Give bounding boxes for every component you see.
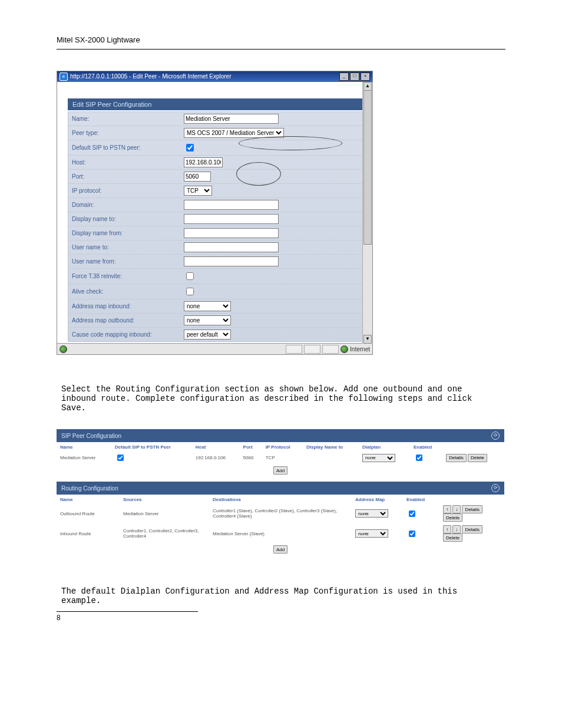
col-enabled: Enabled xyxy=(403,495,439,503)
col-name: Name xyxy=(57,442,111,451)
display-name-from-input[interactable] xyxy=(184,228,279,238)
cause-code-select[interactable]: peer default xyxy=(184,330,231,340)
delete-button[interactable]: Delete xyxy=(468,454,487,462)
row-default-checkbox[interactable] xyxy=(117,454,124,461)
label-cause-code: Cause code mapping inbound: xyxy=(72,331,184,338)
default-sip-pstn-checkbox[interactable] xyxy=(186,144,194,151)
scroll-thumb[interactable] xyxy=(363,90,372,245)
details-button[interactable]: Details xyxy=(446,454,466,462)
routing-table: Name Sources Destinations Address Map En… xyxy=(57,495,504,557)
col-port: Port xyxy=(240,442,262,451)
col-display-name-to: Display Name to xyxy=(303,442,359,451)
label-user-name-from: User name from: xyxy=(72,258,184,265)
port-input[interactable] xyxy=(184,172,211,182)
sip-peer-table: Name Default SIP to PSTN Peer Host Port … xyxy=(57,442,504,478)
window-close-button[interactable]: × xyxy=(361,73,370,81)
cell-sources: Mediation Server xyxy=(120,503,209,523)
ie-window-title: http://127.0.0.1:10005 - Edit Peer - Mic… xyxy=(70,71,231,82)
ie-icon: e xyxy=(59,73,68,81)
add-button[interactable]: Add xyxy=(273,545,287,554)
delete-button[interactable]: Delete xyxy=(443,513,462,522)
peer-type-select[interactable]: MS OCS 2007 / Mediation Server xyxy=(184,128,284,138)
col-host: Host xyxy=(192,442,240,451)
reload-icon[interactable]: ⟳ xyxy=(491,431,500,440)
cell-ipproto: TCP xyxy=(262,451,303,465)
internet-zone-icon xyxy=(340,345,348,353)
label-user-name-to: User name to: xyxy=(72,244,184,251)
display-name-to-input[interactable] xyxy=(184,214,279,224)
move-up-button[interactable]: ↑ xyxy=(443,525,451,533)
row-enabled-checkbox[interactable] xyxy=(409,531,415,537)
table-row: Inbound Route Controller1, Controller2, … xyxy=(57,523,504,543)
user-name-to-input[interactable] xyxy=(184,242,279,252)
addr-map-in-select[interactable]: none xyxy=(184,301,231,311)
body-text-1: Select the Routing Configuration section… xyxy=(57,384,505,413)
ip-protocol-select[interactable]: TCP xyxy=(184,186,212,196)
addr-map-out-select[interactable]: none xyxy=(184,315,231,325)
row-dialplan-select[interactable]: none xyxy=(362,454,395,462)
row-enabled-checkbox[interactable] xyxy=(416,454,422,461)
table-row: Outbound Route Mediation Server Controll… xyxy=(57,503,504,523)
col-sources: Sources xyxy=(120,495,209,503)
window-min-button[interactable]: _ xyxy=(339,73,349,81)
row-addr-map-select[interactable]: none xyxy=(355,509,388,518)
label-display-name-from: Display name from: xyxy=(72,230,184,236)
host-input[interactable] xyxy=(184,157,223,167)
ie-status-globe-icon xyxy=(59,345,67,353)
label-ip-protocol: IP protocol: xyxy=(72,187,184,194)
scroll-down-icon[interactable]: ▼ xyxy=(363,335,372,344)
label-addr-map-out: Address map outbound: xyxy=(72,317,184,324)
label-domain: Domain: xyxy=(72,202,184,208)
status-cell xyxy=(304,345,320,354)
move-up-button[interactable]: ↑ xyxy=(443,505,451,513)
label-port: Port: xyxy=(72,173,184,180)
label-force-t38: Force T.38 reinvite: xyxy=(72,273,184,279)
cell-name: Inbound Route xyxy=(57,523,120,543)
body-text-2: The default Dialplan Configuration and A… xyxy=(57,587,505,605)
details-button[interactable]: Details xyxy=(462,525,482,533)
force-t38-checkbox[interactable] xyxy=(186,272,194,280)
sip-peer-section-bar: SIP Peer Configuration ⟳ xyxy=(57,429,504,442)
ie-status-bar: Internet xyxy=(57,343,372,354)
status-cell xyxy=(286,345,302,354)
label-host: Host: xyxy=(72,159,184,166)
cell-port: 5060 xyxy=(240,451,262,465)
details-button[interactable]: Details xyxy=(462,505,482,513)
cell-host: 192.168.0.106 xyxy=(192,451,240,465)
col-dialplan: Dialplan xyxy=(359,442,410,451)
delete-button[interactable]: Delete xyxy=(443,533,462,542)
label-peer-type: Peer type: xyxy=(72,130,184,136)
add-button[interactable]: Add xyxy=(273,466,287,475)
table-row: Mediation Server 192.168.0.106 5060 TCP … xyxy=(57,451,504,465)
reload-icon[interactable]: ⟳ xyxy=(491,484,500,492)
domain-input[interactable] xyxy=(184,200,279,210)
ie-titlebar: e http://127.0.0.1:10005 - Edit Peer - M… xyxy=(57,71,372,82)
label-name: Name: xyxy=(72,116,184,122)
cell-destinations: Controller1 (Slave), Controller2 (Slave)… xyxy=(209,503,352,523)
label-display-name-to: Display name to: xyxy=(72,216,184,222)
row-enabled-checkbox[interactable] xyxy=(409,510,415,517)
cell-display-name-to xyxy=(303,451,359,465)
status-cell xyxy=(322,345,339,354)
row-addr-map-select[interactable]: none xyxy=(355,529,388,538)
routing-section-title: Routing Configuration xyxy=(61,485,491,492)
label-addr-map-in: Address map inbound: xyxy=(72,303,184,309)
move-down-button[interactable]: ↓ xyxy=(452,525,461,533)
status-zone-text: Internet xyxy=(350,346,370,353)
routing-section-bar: Routing Configuration ⟳ xyxy=(57,482,504,495)
scroll-up-icon[interactable]: ▲ xyxy=(363,82,372,91)
col-addr-map: Address Map xyxy=(352,495,403,503)
label-alive-check: Alive check: xyxy=(72,288,184,295)
col-name: Name xyxy=(57,495,120,503)
user-name-from-input[interactable] xyxy=(184,256,279,266)
cell-name: Mediation Server xyxy=(57,451,111,465)
window-max-button[interactable]: □ xyxy=(350,73,359,81)
alive-check-checkbox[interactable] xyxy=(186,288,194,295)
col-destinations: Destinations xyxy=(209,495,352,503)
page-number: 8 xyxy=(57,614,505,622)
vertical-scrollbar[interactable]: ▲ ▼ xyxy=(362,82,372,344)
move-down-button[interactable]: ↓ xyxy=(452,505,461,513)
name-input[interactable] xyxy=(184,114,279,124)
doc-title: Mitel SX-2000 Lightware xyxy=(57,35,505,50)
label-default-sip-pstn: Default SIP to PSTN peer: xyxy=(72,144,184,151)
